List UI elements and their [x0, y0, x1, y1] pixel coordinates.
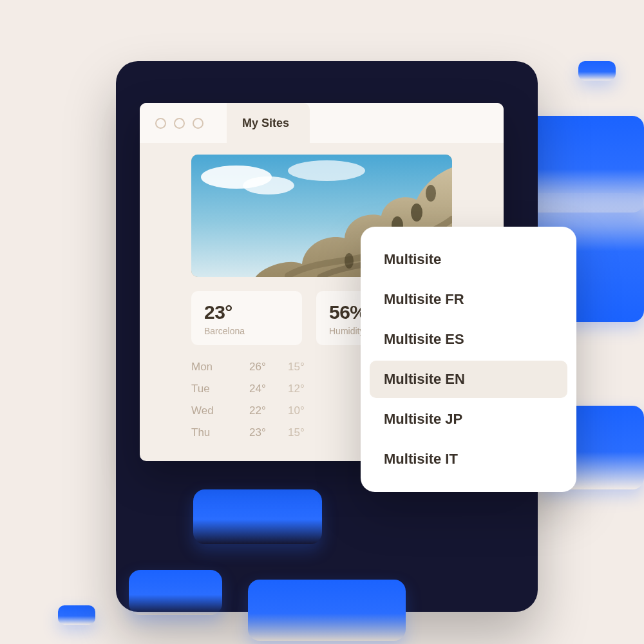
decor-blob [193, 489, 322, 544]
forecast-hi: 26° [249, 361, 288, 374]
multisite-option[interactable]: Multisite JP [370, 401, 567, 438]
forecast-hi: 24° [249, 383, 288, 395]
forecast-hi: 23° [249, 426, 288, 439]
svg-point-8 [345, 253, 354, 269]
forecast-day: Thu [191, 426, 249, 439]
decor-blob [578, 61, 616, 80]
svg-point-2 [243, 176, 294, 194]
temperature-card: 23° Barcelona [191, 291, 302, 345]
multisite-option[interactable]: Multisite FR [370, 281, 567, 318]
traffic-dot[interactable] [174, 118, 185, 129]
window-controls [140, 118, 227, 129]
forecast-day: Mon [191, 361, 249, 374]
svg-point-5 [411, 204, 422, 222]
forecast-lo: 15° [288, 361, 327, 374]
option-label: Multisite EN [384, 371, 465, 387]
titlebar: My Sites [140, 103, 504, 143]
multisite-option[interactable]: Multisite [370, 241, 567, 278]
multisite-menu[interactable]: Multisite Multisite FR Multisite ES Mult… [361, 227, 576, 492]
traffic-dot[interactable] [155, 118, 166, 129]
traffic-dot[interactable] [193, 118, 204, 129]
option-label: Multisite JP [384, 411, 462, 427]
decor-blob [58, 605, 95, 625]
temperature-value: 23° [204, 301, 289, 323]
forecast-lo: 10° [288, 404, 327, 417]
multisite-option[interactable]: Multisite ES [370, 321, 567, 358]
svg-point-3 [288, 160, 365, 181]
forecast-day: Tue [191, 383, 249, 395]
option-label: Multisite IT [384, 451, 458, 467]
temperature-label: Barcelona [204, 326, 289, 336]
option-label: Multisite [384, 251, 441, 267]
decor-blob [129, 570, 222, 615]
forecast-day: Wed [191, 404, 249, 417]
option-label: Multisite FR [384, 291, 464, 307]
tab-label: My Sites [242, 117, 289, 130]
tab-my-sites[interactable]: My Sites [227, 103, 310, 143]
forecast-hi: 22° [249, 404, 288, 417]
forecast-lo: 12° [288, 383, 327, 395]
option-label: Multisite ES [384, 331, 464, 347]
decor-blob [248, 580, 406, 641]
forecast-lo: 15° [288, 426, 327, 439]
multisite-option[interactable]: Multisite IT [370, 440, 567, 478]
multisite-option[interactable]: Multisite EN [370, 361, 567, 398]
svg-point-7 [426, 185, 436, 202]
